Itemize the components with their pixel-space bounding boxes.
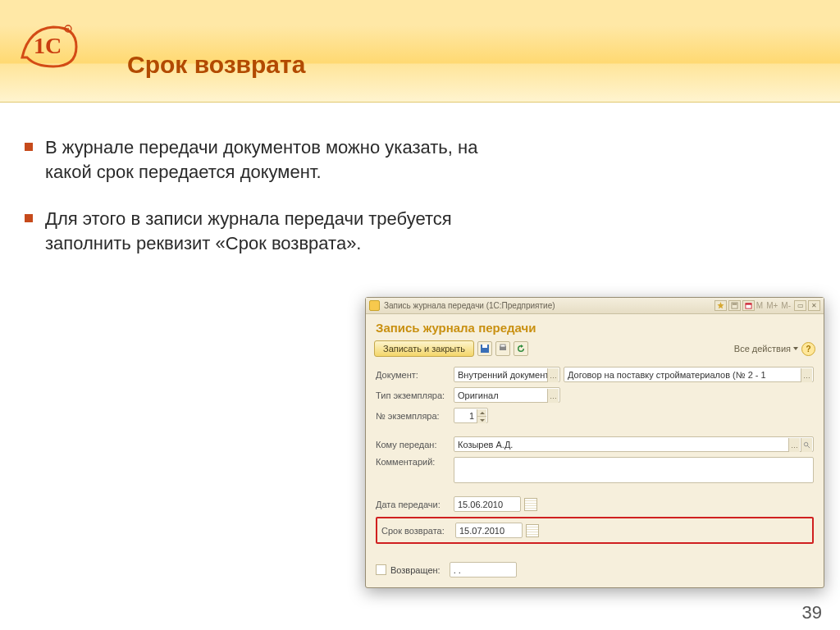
logo-1c: 1С R: [21, 21, 78, 70]
page-number: 39: [802, 602, 822, 623]
svg-rect-6: [746, 304, 751, 305]
toolbar-star-icon[interactable]: [714, 300, 727, 311]
copy-type-field[interactable]: Оригинал …: [454, 387, 560, 403]
svg-line-12: [807, 445, 810, 448]
returned-date-field[interactable]: . .: [450, 562, 517, 578]
calendar-icon[interactable]: [526, 524, 539, 537]
print-icon[interactable]: [495, 341, 510, 356]
save-icon[interactable]: [477, 341, 492, 356]
copy-no-field[interactable]: 1: [454, 408, 488, 423]
label-copy-no: № экземпляра:: [376, 411, 454, 421]
returned-checkbox[interactable]: [376, 564, 386, 575]
form-heading: Запись журнала передачи: [366, 314, 824, 339]
window-titlebar[interactable]: Запись журнала передачи (1С:Предприятие)…: [366, 298, 824, 314]
mminus-button[interactable]: M-: [781, 301, 791, 310]
form-body: Документ: Внутренний документ … Договор …: [366, 363, 824, 587]
svg-point-11: [804, 442, 808, 446]
label-returned: Возвращен:: [390, 565, 441, 575]
slide-header: 1С R Срок возврата: [0, 0, 840, 103]
bullet-item: Для этого в записи журнала передачи треб…: [25, 207, 484, 278]
label-return-date: Срок возврата:: [381, 526, 455, 536]
label-document: Документ:: [376, 370, 454, 380]
return-date-field[interactable]: 15.07.2010: [455, 523, 523, 538]
label-transfer-date: Дата передачи:: [376, 500, 454, 509]
bullet-item: В журнале передачи документов можно указ…: [25, 135, 484, 207]
window-title: Запись журнала передачи (1С:Предприятие): [384, 301, 555, 310]
refresh-icon[interactable]: [514, 341, 528, 356]
minimize-button[interactable]: ▭: [794, 300, 806, 311]
save-and-close-button[interactable]: Записать и закрыть: [374, 340, 474, 357]
form-toolbar: Записать и закрыть Все действия ?: [366, 339, 824, 363]
ellipsis-icon[interactable]: …: [788, 438, 800, 452]
ellipsis-icon[interactable]: …: [547, 389, 559, 403]
svg-rect-8: [482, 345, 487, 348]
toolbar-calendar-icon[interactable]: [742, 300, 755, 311]
svg-rect-4: [733, 304, 737, 305]
label-comment: Комментарий:: [376, 457, 454, 467]
svg-rect-10: [500, 345, 505, 347]
given-to-field[interactable]: Козырев А.Д. …: [454, 436, 814, 452]
lookup-icon[interactable]: [801, 438, 812, 452]
label-given-to: Кому передан:: [376, 440, 454, 450]
spinner-icon[interactable]: [477, 409, 486, 423]
all-actions-menu[interactable]: Все действия: [734, 344, 798, 354]
help-icon[interactable]: ?: [801, 342, 815, 356]
toolbar-calc-icon[interactable]: [728, 300, 741, 311]
close-button[interactable]: ✕: [808, 300, 820, 311]
transfer-date-field[interactable]: 15.06.2010: [454, 496, 521, 512]
m-button[interactable]: M: [756, 301, 763, 310]
doc-type-field[interactable]: Внутренний документ …: [454, 367, 560, 382]
doc-name-field[interactable]: Договор на поставку стройматериалов (№ 2…: [564, 367, 814, 382]
app-window: Запись журнала передачи (1С:Предприятие)…: [365, 297, 824, 588]
calendar-icon[interactable]: [524, 498, 537, 511]
ellipsis-icon[interactable]: …: [547, 368, 559, 382]
svg-text:1С: 1С: [34, 33, 62, 58]
slide-body: В журнале передачи документов можно указ…: [0, 103, 840, 279]
highlight-return-date: Срок возврата: 15.07.2010: [376, 517, 814, 544]
label-copy-type: Тип экземпляра:: [376, 390, 454, 400]
comment-field[interactable]: [454, 457, 814, 483]
ellipsis-icon[interactable]: …: [801, 368, 812, 382]
mplus-button[interactable]: M+: [766, 301, 778, 310]
slide-title: Срок возврата: [127, 51, 305, 79]
app-icon: [369, 300, 380, 311]
svg-text:R: R: [66, 27, 70, 32]
